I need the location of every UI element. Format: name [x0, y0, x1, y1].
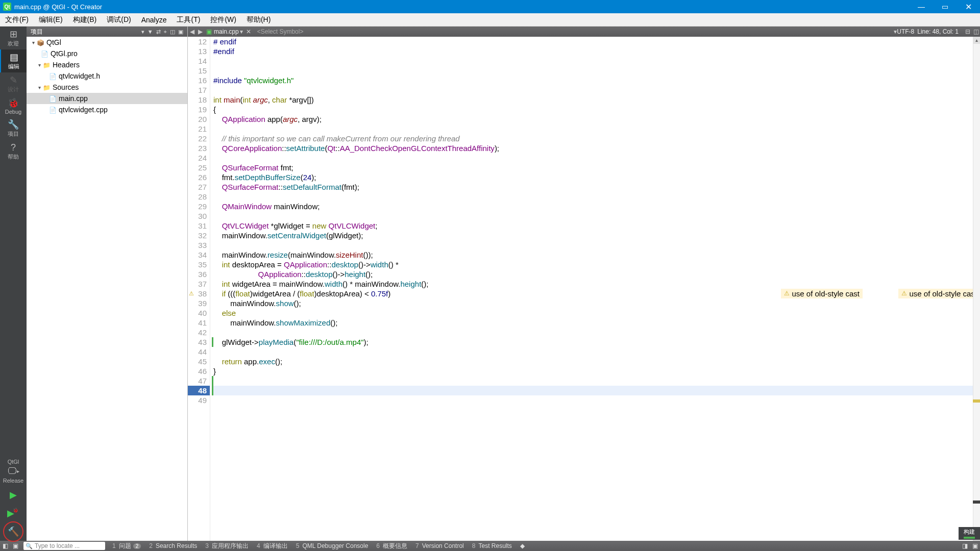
line-number[interactable]: 12 — [188, 37, 207, 46]
line-number[interactable]: 27 — [188, 182, 207, 192]
output-pane-tab[interactable]: 4编译输出 — [253, 542, 292, 550]
output-pane-tab[interactable]: 7Version Control — [411, 542, 468, 550]
code-line[interactable] — [213, 376, 980, 386]
dropdown-icon[interactable]: ▾ — [141, 29, 144, 35]
line-number[interactable]: 14 — [188, 56, 207, 66]
project-tree[interactable]: ▾QtGl QtGl.pro ▾Headers qtvlcwidget.h ▾S… — [27, 37, 187, 541]
tree-root[interactable]: ▾QtGl — [27, 37, 187, 48]
tree-headers-folder[interactable]: ▾Headers — [27, 59, 187, 70]
line-number[interactable]: 44 — [188, 347, 207, 357]
code-line[interactable] — [213, 56, 980, 66]
line-number[interactable]: 36 — [188, 269, 207, 279]
line-number[interactable]: 19 — [188, 105, 207, 114]
line-number[interactable]: 32 — [188, 231, 207, 240]
encoding-label[interactable]: UTF-8 — [897, 28, 914, 35]
line-number[interactable]: 49 — [188, 395, 207, 405]
code-line[interactable]: QApplication::desktop()->height(); — [213, 269, 980, 279]
nav-back-button[interactable]: ◀ — [188, 28, 196, 35]
code-line[interactable]: QApplication app(argc, argv); — [213, 114, 980, 124]
line-number[interactable]: 13 — [188, 46, 207, 56]
line-number[interactable]: 16 — [188, 76, 207, 85]
code-line[interactable]: QMainWindow mainWindow; — [213, 202, 980, 211]
add-icon[interactable]: + — [164, 29, 167, 35]
code-line[interactable]: { — [213, 105, 980, 114]
code-line[interactable]: mainWindow.setCentralWidget(glWidget); — [213, 231, 980, 240]
code-line[interactable] — [213, 211, 980, 221]
toggle-right-sidebar-icon[interactable]: ◨ — [960, 542, 970, 549]
code-line[interactable]: ▾int main(int argc, char *argv[]) — [213, 95, 980, 105]
split-vertical-icon[interactable]: ◫ — [972, 28, 980, 35]
code-line[interactable]: QtVLCWidget *glWidget = new QtVLCWidget; — [213, 221, 980, 231]
code-line[interactable]: mainWindow.showMaximized(); — [213, 318, 980, 328]
kit-selector[interactable]: QtGl 🖵▸ Release — [0, 457, 27, 486]
code-line[interactable] — [213, 395, 980, 405]
code-line[interactable]: // this important so we can call makeCur… — [213, 134, 980, 143]
output-pane-tab[interactable]: 6概要信息 — [372, 542, 411, 550]
code-line[interactable]: mainWindow.resize(mainWindow.sizeHint())… — [213, 250, 980, 260]
line-number[interactable]: 23 — [188, 143, 207, 153]
close-tab-button[interactable]: ✕ — [246, 28, 251, 35]
line-number[interactable]: 18 — [188, 95, 207, 105]
menu-item[interactable]: 编辑(E) — [34, 13, 68, 26]
close-button[interactable]: ✕ — [957, 0, 980, 13]
line-gutter[interactable]: 1213141516171819202122232425262728293031… — [188, 37, 210, 541]
line-number[interactable]: 41 — [188, 318, 207, 328]
split-icon[interactable]: ◫ — [170, 29, 175, 35]
output-pane-tab[interactable]: 2Search Results — [145, 542, 201, 550]
mode-button[interactable]: ?帮助 — [0, 140, 27, 163]
tree-source-file-widget[interactable]: qtvlcwidget.cpp — [27, 104, 187, 115]
close-pane-icon[interactable]: ▣ — [178, 29, 183, 35]
mode-button[interactable]: ▤编辑 — [0, 49, 27, 72]
code-line[interactable]: glWidget->playMedia("file:///D:/out/a.mp… — [213, 337, 980, 347]
code-line[interactable] — [213, 328, 980, 337]
code-line[interactable]: else — [213, 308, 980, 318]
line-number[interactable]: 35 — [188, 260, 207, 269]
line-number[interactable]: 29 — [188, 202, 207, 211]
warning-badge[interactable]: ⚠use of old-style cast — [781, 289, 863, 298]
code-line[interactable] — [213, 386, 980, 395]
output-pane-tab[interactable]: 5QML Debugger Console — [292, 542, 373, 550]
menu-item[interactable]: 帮助(H) — [241, 13, 276, 26]
line-number[interactable]: 31 — [188, 221, 207, 231]
code-line[interactable] — [213, 66, 980, 76]
nav-forward-button[interactable]: ▶ — [196, 28, 204, 35]
line-number[interactable]: 26 — [188, 172, 207, 182]
run-button[interactable]: ▶ — [0, 486, 27, 504]
file-tab[interactable]: ▣ main.cpp ▾ — [206, 28, 243, 35]
menu-item[interactable]: 调试(D) — [102, 13, 136, 26]
scroll-indicator[interactable]: ▴ ▾ — [973, 37, 980, 541]
line-number[interactable]: 45 — [188, 357, 207, 366]
output-pane-tab[interactable]: 1问题2 — [108, 542, 145, 550]
minimize-button[interactable]: — — [910, 0, 933, 13]
code-line[interactable]: QSurfaceFormat fmt; — [213, 163, 980, 172]
line-number[interactable]: 20 — [188, 114, 207, 124]
menu-item[interactable]: 控件(W) — [205, 13, 241, 26]
line-number[interactable]: 43 — [188, 337, 207, 347]
panes-dropdown-icon[interactable]: ◆ — [516, 542, 529, 549]
close-output-icon[interactable]: ▣ — [970, 542, 980, 549]
menu-item[interactable]: Analyze — [136, 13, 172, 26]
cursor-position[interactable]: Line: 48, Col: 1 — [917, 28, 959, 35]
line-number[interactable]: 39 — [188, 298, 207, 308]
code-line[interactable]: int desktopArea = QApplication::desktop(… — [213, 260, 980, 269]
code-line[interactable]: #endif — [213, 46, 980, 56]
mode-button[interactable]: 🔧项目 — [0, 117, 27, 140]
tree-sources-folder[interactable]: ▾Sources — [27, 82, 187, 93]
code-line[interactable]: # endif — [213, 37, 980, 46]
output-pane-icon[interactable]: ▣ — [10, 542, 20, 549]
line-number[interactable]: 47 — [188, 376, 207, 386]
file-dropdown-icon[interactable]: ▾ — [240, 28, 243, 35]
output-pane-tab[interactable]: 3应用程序输出 — [201, 542, 253, 550]
code-line[interactable]: mainWindow.show(); — [213, 298, 980, 308]
line-number[interactable]: 37 — [188, 279, 207, 289]
line-number[interactable]: 25 — [188, 163, 207, 172]
code-line[interactable]: QCoreApplication::setAttribute(Qt::AA_Do… — [213, 143, 980, 153]
maximize-button[interactable]: ▭ — [933, 0, 957, 13]
line-number[interactable]: 46 — [188, 366, 207, 376]
code-line[interactable] — [213, 347, 980, 357]
line-number[interactable]: 24 — [188, 153, 207, 163]
code-line[interactable] — [213, 85, 980, 95]
line-number[interactable]: 42 — [188, 328, 207, 337]
output-pane-tab[interactable]: 8Test Results — [468, 542, 516, 550]
code-editor[interactable]: 1213141516171819202122232425262728293031… — [188, 37, 980, 541]
